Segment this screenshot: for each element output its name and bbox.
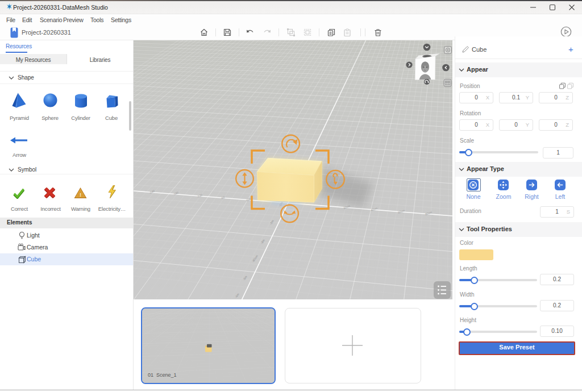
svg-text:!: ! [80,191,81,198]
